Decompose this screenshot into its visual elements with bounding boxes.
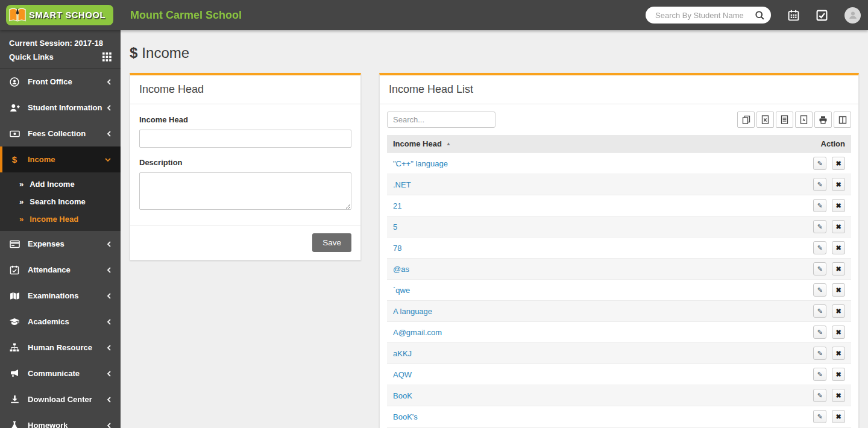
edit-button[interactable]: ✎: [813, 220, 826, 233]
sidebar-item-front-office[interactable]: Front Office: [0, 69, 121, 95]
tasks-button[interactable]: [816, 10, 828, 21]
check-square-icon: [816, 10, 828, 21]
chevron-left-icon: [107, 266, 112, 274]
pencil-icon: ✎: [817, 244, 823, 251]
sidebar-item-communicate[interactable]: Communicate: [0, 360, 121, 386]
income-head-link[interactable]: 78: [393, 244, 401, 253]
income-head-link[interactable]: BooK: [393, 391, 412, 400]
current-session-label: Current Session: 2017-18: [9, 39, 112, 48]
delete-button[interactable]: ✖: [832, 389, 845, 402]
income-head-input[interactable]: [139, 130, 351, 148]
edit-button[interactable]: ✎: [813, 389, 826, 402]
delete-button[interactable]: ✖: [832, 326, 845, 339]
table-row: 78 ✎ ✖: [387, 238, 851, 259]
delete-button[interactable]: ✖: [832, 199, 845, 212]
sidebar-item-label: Academics: [28, 317, 107, 326]
dollar-icon: $: [130, 45, 137, 61]
save-button[interactable]: Save: [312, 233, 351, 252]
income-head-field-label: Income Head: [139, 115, 351, 124]
pdf-icon: [800, 115, 808, 124]
x-icon: ✖: [835, 265, 841, 272]
sidebar-item-income[interactable]: $ Income: [0, 146, 121, 172]
edit-button[interactable]: ✎: [813, 241, 826, 254]
sidebar-item-label: Communicate: [28, 369, 107, 378]
column-header-income-head[interactable]: Income Head▲: [387, 135, 665, 153]
income-head-link[interactable]: A@gmail.com: [393, 328, 442, 337]
delete-button[interactable]: ✖: [832, 347, 845, 360]
search-icon: [755, 10, 765, 20]
description-textarea[interactable]: [139, 172, 351, 210]
submenu-item-add-income[interactable]: » Add Income: [0, 175, 121, 193]
chevron-left-icon: [107, 318, 112, 326]
income-head-link[interactable]: .NET: [393, 180, 411, 189]
export-print-button[interactable]: [814, 112, 832, 128]
export-csv-button[interactable]: [776, 112, 793, 128]
calendar-button[interactable]: [788, 10, 799, 21]
export-columns-button[interactable]: [834, 112, 851, 128]
sidebar-item-expenses[interactable]: Expenses: [0, 231, 121, 257]
sidebar-item-examinations[interactable]: Examinations: [0, 283, 121, 309]
table-search-input[interactable]: [387, 112, 495, 128]
income-head-link[interactable]: "C++" language: [393, 159, 448, 168]
excel-icon: [761, 115, 769, 124]
sidebar: Current Session: 2017-18 Quick Links F: [0, 30, 121, 428]
edit-button[interactable]: ✎: [813, 304, 826, 318]
delete-button[interactable]: ✖: [832, 262, 845, 275]
income-head-link[interactable]: 5: [393, 222, 397, 231]
delete-button[interactable]: ✖: [832, 220, 845, 233]
edit-button[interactable]: ✎: [813, 283, 826, 297]
sidebar-item-fees-collection[interactable]: Fees Collection: [0, 121, 121, 146]
income-head-link[interactable]: AQW: [393, 370, 412, 379]
chevron-left-icon: [107, 292, 112, 300]
sidebar-item-human-resource[interactable]: Human Resource: [0, 335, 121, 360]
export-excel-button[interactable]: [756, 112, 774, 128]
delete-button[interactable]: ✖: [832, 304, 845, 318]
edit-button[interactable]: ✎: [813, 410, 826, 423]
edit-button[interactable]: ✎: [813, 199, 826, 212]
export-copy-button[interactable]: [737, 112, 755, 128]
grid-icon: [102, 52, 112, 61]
edit-button[interactable]: ✎: [813, 326, 826, 339]
chevron-left-icon: [107, 396, 112, 403]
student-search-box: [646, 7, 771, 24]
table-row: 5 ✎ ✖: [387, 216, 851, 238]
delete-button[interactable]: ✖: [832, 178, 845, 191]
search-button[interactable]: [751, 10, 765, 20]
export-pdf-button[interactable]: [795, 112, 813, 128]
user-avatar[interactable]: [844, 7, 861, 24]
edit-button[interactable]: ✎: [813, 347, 826, 360]
edit-button[interactable]: ✎: [813, 178, 826, 191]
edit-button[interactable]: ✎: [813, 262, 826, 275]
delete-button[interactable]: ✖: [832, 157, 845, 170]
sidebar-item-student-information[interactable]: Student Information: [0, 95, 121, 121]
delete-button[interactable]: ✖: [832, 410, 845, 423]
sidebar-item-academics[interactable]: Academics: [0, 309, 121, 335]
income-submenu: » Add Income » Search Income » Income He…: [0, 172, 121, 231]
income-head-link[interactable]: A language: [393, 307, 432, 316]
income-head-link[interactable]: BooK's: [393, 412, 418, 421]
delete-button[interactable]: ✖: [832, 283, 845, 297]
top-header: SMART SCHOOL Mount Carmel School: [0, 0, 868, 30]
student-search-input[interactable]: [654, 10, 751, 20]
edit-button[interactable]: ✎: [813, 157, 826, 170]
income-head-link[interactable]: @as: [393, 265, 409, 274]
pencil-icon: ✎: [817, 223, 823, 230]
income-head-link[interactable]: `qwe: [393, 286, 410, 295]
income-head-link[interactable]: aKKJ: [393, 349, 412, 358]
delete-button[interactable]: ✖: [832, 368, 845, 381]
table-row: .NET ✎ ✖: [387, 174, 851, 195]
sidebar-item-download-center[interactable]: Download Center: [0, 386, 121, 412]
x-icon: ✖: [835, 329, 841, 336]
quick-links-button[interactable]: [102, 52, 112, 61]
edit-button[interactable]: ✎: [813, 368, 826, 381]
submenu-item-search-income[interactable]: » Search Income: [0, 193, 121, 210]
pencil-icon: ✎: [817, 371, 823, 378]
income-head-link[interactable]: 21: [393, 201, 401, 210]
submenu-item-income-head[interactable]: » Income Head: [0, 210, 121, 228]
sidebar-item-label: Human Resource: [28, 343, 107, 352]
sidebar-item-homework[interactable]: Homework: [0, 412, 121, 428]
app-logo[interactable]: SMART SCHOOL: [6, 5, 113, 25]
delete-button[interactable]: ✖: [832, 241, 845, 254]
sidebar-item-attendance[interactable]: Attendance: [0, 257, 121, 283]
double-arrow-icon: »: [19, 197, 24, 206]
